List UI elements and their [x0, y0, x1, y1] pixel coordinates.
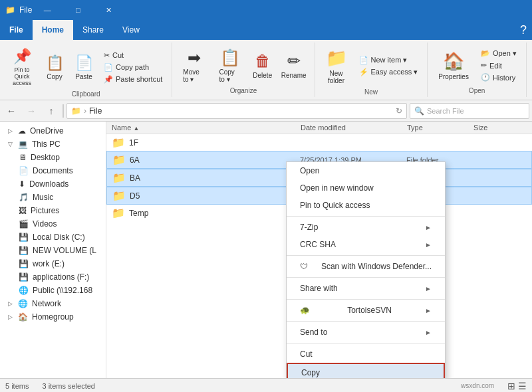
nav-item-onedrive[interactable]: ▷ ☁ OneDrive [0, 124, 106, 138]
header-size[interactable]: Size [473, 124, 527, 132]
nav-item-local-disk[interactable]: 💾 Local Disk (C:) [0, 231, 106, 244]
header-date[interactable]: Date modified [301, 124, 407, 132]
ctx-open-new-window[interactable]: Open in new window [287, 179, 445, 197]
nav-item-network[interactable]: ▷ 🌐 Network [0, 297, 106, 310]
search-bar[interactable]: 🔍 Search File [410, 103, 529, 119]
nav-item-label: Local Disk (C:) [33, 233, 85, 242]
ctx-send-to[interactable]: Send to ► [287, 324, 445, 341]
edit-button[interactable]: ✏ Edit [477, 60, 521, 71]
copy-path-button[interactable]: 📄 Copy path [100, 62, 166, 73]
expand-arrow: ▽ [8, 141, 13, 147]
new-items: 📁 Newfolder 📄 New item ▾ ⚡ Easy access ▾ [321, 45, 422, 87]
nav-item-downloads[interactable]: ⬇ Downloads [0, 177, 106, 191]
header-name[interactable]: Name ▲ [112, 124, 301, 132]
forward-button[interactable]: → [23, 102, 40, 120]
submenu-arrow: ► [425, 307, 432, 314]
nav-item-homegroup[interactable]: ▷ 🏠 Homegroup [0, 310, 106, 324]
nav-item-applications[interactable]: 💾 applications (F:) [0, 270, 106, 284]
open-items: 🏠 Properties 📂 Open ▾ ✏ Edit 🕐 History [433, 45, 521, 86]
applications-icon: 💾 [19, 272, 29, 282]
tab-home[interactable]: Home [33, 20, 73, 40]
file-row[interactable]: 📁 1F [106, 134, 532, 151]
new-folder-button[interactable]: 📁 Newfolder [321, 45, 352, 87]
ctx-tortoise-svn[interactable]: 🐢TortoiseSVN ► [287, 302, 445, 319]
ribbon-content: 📌 Pin to Quickaccess 📋 Copy 📄 Paste ✂ Cu… [0, 40, 532, 100]
tab-share[interactable]: Share [73, 20, 113, 40]
expand-arrow: ▷ [8, 314, 13, 320]
address-separator: › [84, 106, 86, 116]
nav-item-label: work (E:) [33, 259, 65, 268]
file-name: 📁 D5 [112, 189, 300, 202]
nav-item-label: Pictures [31, 206, 59, 215]
nav-item-this-pc[interactable]: ▽ 💻 This PC [0, 138, 106, 151]
address-refresh-icon[interactable]: ↻ [396, 106, 402, 116]
nav-item-desktop[interactable]: 🖥 Desktop [0, 151, 106, 164]
tortoise-icon: 🐢 [300, 306, 310, 315]
delete-button[interactable]: 🗑 Delete [249, 49, 276, 82]
submenu-arrow: ► [425, 285, 432, 292]
copy-button[interactable]: 📋 Copy [41, 52, 68, 83]
nav-item-work[interactable]: 💾 work (E:) [0, 257, 106, 270]
help-button[interactable]: ? [520, 23, 527, 37]
ctx-7zip[interactable]: 7-Zip ► [287, 219, 445, 236]
ctx-open[interactable]: Open [287, 162, 445, 179]
address-bar[interactable]: 📁 › File ↻ [66, 103, 407, 119]
ctx-pin-quick-access[interactable]: Pin to Quick access [287, 197, 445, 214]
nav-item-label: Network [32, 299, 61, 308]
open-icon: 📂 [481, 49, 490, 58]
copy-to-button[interactable]: 📋 Copy to ▾ [213, 46, 246, 86]
ctx-cut[interactable]: Cut [287, 345, 445, 363]
copy-icon: 📋 [46, 54, 64, 72]
easy-access-button[interactable]: ⚡ Easy access ▾ [355, 66, 422, 78]
clipboard-group-label: Clipboard [72, 89, 100, 98]
header-type[interactable]: Type [407, 124, 473, 132]
new-item-icon: 📄 [359, 56, 368, 64]
ctx-crc-sha[interactable]: CRC SHA ► [287, 236, 445, 253]
ctx-separator [287, 277, 445, 278]
tab-file[interactable]: File [0, 20, 33, 40]
nav-item-videos[interactable]: 🎬 Videos [0, 217, 106, 231]
item-count: 5 items [5, 382, 29, 390]
downloads-icon: ⬇ [19, 179, 25, 189]
ctx-scan-defender[interactable]: 🛡Scan with Windows Defender... [287, 258, 445, 275]
nav-item-documents[interactable]: 📄 Documents [0, 164, 106, 177]
new-item-button[interactable]: 📄 New item ▾ [355, 54, 422, 66]
address-path: File [89, 106, 102, 116]
close-button[interactable]: ✕ [93, 0, 124, 20]
ctx-copy[interactable]: Copy [287, 363, 445, 378]
cut-button[interactable]: ✂ Cut [100, 50, 166, 61]
nav-item-new-volume[interactable]: 💾 NEW VOLUME (L [0, 244, 106, 257]
navigation-bar: ← → ↑ 📁 › File ↻ 🔍 Search File [0, 100, 532, 122]
file-list-header: Name ▲ Date modified Type Size [106, 122, 532, 134]
paste-shortcut-button[interactable]: 📌 Paste shortcut [100, 74, 166, 85]
nav-item-label: Music [33, 193, 53, 202]
back-button[interactable]: ← [3, 102, 20, 120]
pin-to-quick-access-button[interactable]: 📌 Pin to Quickaccess [5, 45, 39, 89]
open-button[interactable]: 📂 Open ▾ [477, 48, 521, 59]
work-icon: 💾 [19, 259, 29, 268]
paste-button[interactable]: 📄 Paste [70, 52, 97, 83]
address-home-icon: 📁 [71, 106, 81, 116]
nav-item-music[interactable]: 🎵 Music [0, 191, 106, 204]
minimize-button[interactable]: — [32, 0, 63, 20]
rename-button[interactable]: ✏ Rename [279, 49, 309, 82]
up-button[interactable]: ↑ [43, 102, 60, 120]
cut-icon: ✂ [104, 51, 110, 60]
nav-item-pictures[interactable]: 🖼 Pictures [0, 204, 106, 217]
maximize-button[interactable]: □ [63, 0, 93, 20]
move-to-button[interactable]: ➡ Move to ▾ [178, 46, 211, 86]
tab-view[interactable]: View [113, 20, 149, 40]
nav-item-label: OneDrive [30, 126, 64, 136]
defender-icon: 🛡 [300, 262, 308, 271]
view-icons[interactable]: ⊞ ☰ [507, 381, 527, 391]
move-icon: ➡ [188, 49, 201, 67]
edit-icon: ✏ [481, 61, 487, 70]
delete-icon: 🗑 [255, 52, 271, 70]
watermark: wsxdn.com [461, 382, 494, 389]
history-button[interactable]: 🕐 History [477, 72, 521, 83]
new-small-buttons: 📄 New item ▾ ⚡ Easy access ▾ [355, 54, 422, 78]
expand-arrow: ▷ [8, 300, 13, 307]
ctx-share-with[interactable]: Share with ► [287, 280, 445, 297]
nav-item-public[interactable]: 🌐 Public (\\192.168 [0, 284, 106, 297]
properties-button[interactable]: 🏠 Properties [433, 49, 474, 83]
